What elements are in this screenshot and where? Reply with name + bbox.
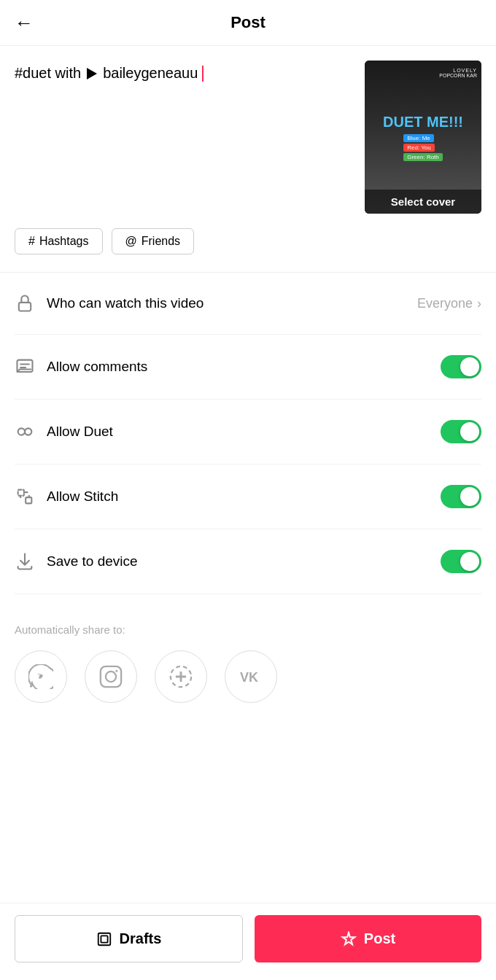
save-to-device-label: Save to device bbox=[47, 553, 441, 569]
svg-rect-8 bbox=[101, 666, 121, 687]
allow-comments-row: Allow comments bbox=[15, 335, 481, 400]
svg-text:VK: VK bbox=[240, 670, 258, 685]
toggle-knob-4 bbox=[460, 552, 479, 571]
friends-label: Friends bbox=[142, 235, 180, 248]
bottom-bar: Drafts Post bbox=[0, 903, 496, 980]
allow-duet-row: Allow Duet bbox=[15, 400, 481, 464]
svg-rect-13 bbox=[98, 933, 110, 945]
comment-icon bbox=[15, 357, 47, 377]
back-button[interactable]: ← bbox=[15, 12, 34, 34]
who-can-watch-label: Who can watch this video bbox=[47, 295, 417, 311]
thumb-duet-text: DUET ME!!! bbox=[383, 114, 463, 130]
text-cursor bbox=[202, 66, 204, 82]
settings-section: Who can watch this video Everyone › Allo… bbox=[0, 273, 496, 594]
post-button[interactable]: Post bbox=[255, 915, 481, 962]
stitch-icon bbox=[15, 486, 47, 507]
who-can-watch-value[interactable]: Everyone › bbox=[417, 296, 481, 311]
share-label: Automatically share to: bbox=[15, 623, 481, 636]
select-cover-label[interactable]: Select cover bbox=[365, 190, 481, 214]
caption-row: #duet with baileygeneauu LOVELY POPCORN … bbox=[15, 61, 481, 214]
instagram-button[interactable] bbox=[85, 650, 137, 703]
save-to-device-row: Save to device bbox=[15, 529, 481, 594]
thumb-lovely: LOVELY bbox=[439, 68, 477, 73]
svg-rect-6 bbox=[18, 490, 24, 496]
post-label: Post bbox=[364, 930, 395, 947]
allow-comments-toggle[interactable] bbox=[441, 355, 481, 378]
chevron-right-icon: › bbox=[477, 296, 481, 311]
svg-rect-7 bbox=[26, 497, 31, 503]
at-icon: @ bbox=[125, 235, 137, 248]
drafts-label: Drafts bbox=[120, 930, 162, 947]
tags-row: # Hashtags @ Friends bbox=[15, 228, 481, 254]
svg-point-5 bbox=[25, 428, 31, 435]
svg-point-9 bbox=[106, 672, 116, 682]
save-to-device-toggle[interactable] bbox=[441, 550, 481, 573]
video-thumbnail[interactable]: LOVELY POPCORN KAR DUET ME!!! Blue: Me R… bbox=[365, 61, 481, 214]
allow-duet-label: Allow Duet bbox=[47, 424, 441, 440]
everyone-text: Everyone bbox=[417, 296, 473, 311]
lock-icon bbox=[15, 293, 47, 314]
allow-stitch-toggle[interactable] bbox=[441, 485, 481, 508]
badge-blue: Blue: Me bbox=[403, 134, 434, 142]
whatsapp-button[interactable] bbox=[15, 650, 67, 703]
allow-stitch-row: Allow Stitch bbox=[15, 464, 481, 529]
badge-green: Green: Roth bbox=[403, 153, 443, 161]
allow-stitch-label: Allow Stitch bbox=[47, 489, 441, 505]
page-title: Post bbox=[230, 13, 266, 32]
caption-username: baileygeneauu bbox=[103, 65, 198, 82]
friends-button[interactable]: @ Friends bbox=[112, 228, 195, 254]
caption-input[interactable]: #duet with baileygeneauu bbox=[15, 61, 365, 82]
allow-comments-label: Allow comments bbox=[47, 359, 441, 375]
toggle-knob-2 bbox=[460, 422, 479, 441]
download-icon bbox=[15, 551, 47, 572]
svg-rect-14 bbox=[101, 936, 107, 942]
duet-icon bbox=[15, 421, 47, 442]
badge-red: Red: You bbox=[403, 144, 434, 152]
drafts-button[interactable]: Drafts bbox=[15, 915, 243, 962]
allow-duet-toggle[interactable] bbox=[441, 420, 481, 443]
svg-point-10 bbox=[115, 670, 117, 672]
header: ← Post bbox=[0, 0, 496, 46]
svg-rect-0 bbox=[19, 303, 31, 311]
hashtag-icon: # bbox=[28, 235, 35, 248]
tiktok-add-button[interactable] bbox=[155, 650, 207, 703]
duet-prefix: #duet with bbox=[15, 65, 81, 82]
share-section: Automatically share to: bbox=[0, 594, 496, 718]
hashtags-button[interactable]: # Hashtags bbox=[15, 228, 103, 254]
thumb-popcorn: POPCORN KAR bbox=[439, 73, 477, 78]
vk-button[interactable]: VK bbox=[225, 650, 277, 703]
toggle-knob bbox=[460, 357, 479, 376]
play-icon bbox=[87, 68, 97, 79]
hashtags-label: Hashtags bbox=[39, 235, 89, 248]
who-can-watch-row[interactable]: Who can watch this video Everyone › bbox=[15, 273, 481, 335]
toggle-knob-3 bbox=[460, 487, 479, 506]
svg-point-4 bbox=[18, 428, 25, 435]
share-icons-row: VK bbox=[15, 650, 481, 703]
